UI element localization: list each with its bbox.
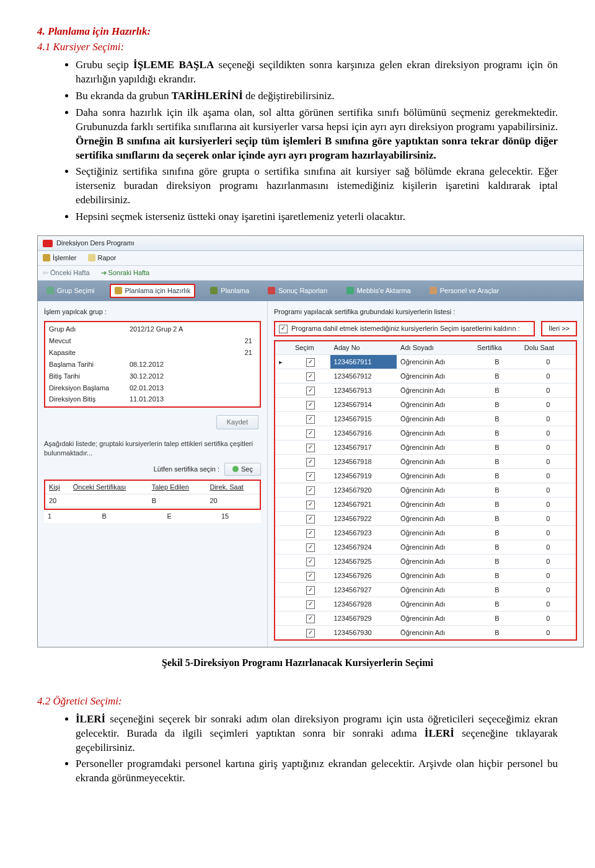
tab-grup-secimi[interactable]: Grup Seçimi xyxy=(43,285,99,297)
cell-dolu-saat: 0 xyxy=(521,483,576,498)
cell-secim[interactable]: ✓ xyxy=(291,412,330,426)
cell-secim[interactable]: ✓ xyxy=(291,555,330,569)
tab-label: Sonuç Raporları xyxy=(278,286,328,296)
kursiyer-table: Seçim Aday No Adı Soyadı Sertifika Dolu … xyxy=(274,340,577,641)
table-row[interactable]: ✓1234567927Öğrencinin AdıB0 xyxy=(275,583,576,597)
table-row[interactable]: ✓1234567913Öğrencinin AdıB0 xyxy=(275,384,576,398)
table-row[interactable]: ✓1234567922Öğrencinin AdıB0 xyxy=(275,512,576,526)
checkbox-icon[interactable]: ✓ xyxy=(306,515,315,524)
table-row[interactable]: ✓1234567928Öğrencinin AdıB0 xyxy=(275,597,576,612)
cell-aday-no: 1234567925 xyxy=(330,555,397,569)
checkbox-icon[interactable]: ✓ xyxy=(306,358,315,367)
tab-planlama-hazirlik[interactable]: Planlama için Hazırlık xyxy=(110,284,196,298)
cell-secim[interactable]: ✓ xyxy=(291,483,330,498)
cell-dolu-saat: 0 xyxy=(521,626,576,641)
checkbox-icon[interactable]: ✓ xyxy=(306,615,315,623)
table-row[interactable]: ✓1234567918Öğrencinin AdıB0 xyxy=(275,455,576,469)
checkbox-icon[interactable]: ✓ xyxy=(306,529,315,538)
cell-secim[interactable]: ✓ xyxy=(291,526,330,540)
checkbox-icon[interactable]: ✓ xyxy=(306,472,315,481)
cell-adi-soyadi: Öğrencinin Adı xyxy=(397,569,474,583)
checkbox-icon[interactable]: ✓ xyxy=(306,558,315,566)
sec-button[interactable]: Seç xyxy=(224,463,261,476)
cell-secim[interactable]: ✓ xyxy=(291,626,330,641)
section-heading-4-1: 4.1 Kursiyer Seçimi: xyxy=(37,40,558,55)
checkbox-icon[interactable]: ✓ xyxy=(306,387,315,395)
cell-secim[interactable]: ✓ xyxy=(291,540,330,555)
cell-secim[interactable]: ✓ xyxy=(291,569,330,583)
table-row[interactable]: ✓1234567923Öğrencinin AdıB0 xyxy=(275,526,576,540)
cell-sertifika: B xyxy=(474,512,521,526)
cell-adi-soyadi: Öğrencinin Adı xyxy=(397,412,474,426)
table-row[interactable]: ✓1234567920Öğrencinin AdıB0 xyxy=(275,483,576,498)
checkbox-icon[interactable]: ✓ xyxy=(306,600,315,609)
checkbox-icon[interactable]: ✓ xyxy=(306,486,315,495)
tab-personel-araclar[interactable]: Personel ve Araçlar xyxy=(426,285,503,297)
prev-week-button[interactable]: Önceki Hafta xyxy=(43,268,90,278)
cell-secim[interactable]: ✓ xyxy=(291,498,330,512)
bullet-item: Bu ekranda da grubun TARİHLERİNİ de deği… xyxy=(76,89,558,103)
cell-secim[interactable]: ✓ xyxy=(291,612,330,626)
checkbox-icon[interactable]: ✓ xyxy=(306,629,315,638)
menu-rapor[interactable]: Rapor xyxy=(88,253,117,263)
checkbox-icon[interactable]: ✓ xyxy=(306,501,315,509)
checkbox-icon[interactable]: ✓ xyxy=(306,586,315,595)
cert-summary-table: Kişi Önceki Sertifikası Talep Edilen Dir… xyxy=(45,481,260,508)
cell-secim[interactable]: ✓ xyxy=(291,355,330,369)
col-secim: Seçim xyxy=(291,341,330,354)
table-row[interactable]: ✓1234567917Öğrencinin AdıB0 xyxy=(275,441,576,455)
row-marker xyxy=(275,426,291,441)
filter-checkbox[interactable]: ✓ xyxy=(279,325,288,333)
table-row[interactable]: ✓1234567926Öğrencinin AdıB0 xyxy=(275,569,576,583)
checkbox-icon[interactable]: ✓ xyxy=(306,458,315,467)
filter-box: ✓ Programa dahil etmek istemediğiniz kur… xyxy=(274,321,535,336)
cell-sertifika: B xyxy=(474,498,521,512)
checkbox-icon[interactable]: ✓ xyxy=(306,372,315,381)
cell-sertifika: B xyxy=(474,626,521,641)
cell-secim[interactable]: ✓ xyxy=(291,597,330,612)
table-row[interactable]: ✓1234567916Öğrencinin AdıB0 xyxy=(275,426,576,441)
people-icon xyxy=(46,287,54,294)
table-row[interactable]: ✓1234567919Öğrencinin AdıB0 xyxy=(275,469,576,483)
table-row[interactable]: ✓1234567930Öğrencinin AdıB0 xyxy=(275,626,576,641)
cert-row[interactable]: 20 B 20 xyxy=(45,494,260,507)
cell-secim[interactable]: ✓ xyxy=(291,441,330,455)
table-row[interactable]: ✓1234567912Öğrencinin AdıB0 xyxy=(275,369,576,384)
ileri-button[interactable]: İleri >> xyxy=(541,321,577,336)
table-row[interactable]: ✓1234567915Öğrencinin AdıB0 xyxy=(275,412,576,426)
cell-secim[interactable]: ✓ xyxy=(291,469,330,483)
cell-secim[interactable]: ✓ xyxy=(291,369,330,384)
cell-aday-no: 1234567918 xyxy=(330,455,397,469)
cell-secim[interactable]: ✓ xyxy=(291,384,330,398)
next-week-button[interactable]: Sonraki Hafta xyxy=(101,268,150,278)
table-row[interactable]: ✓1234567925Öğrencinin AdıB0 xyxy=(275,555,576,569)
cell-secim[interactable]: ✓ xyxy=(291,398,330,412)
cell-secim[interactable]: ✓ xyxy=(291,583,330,597)
menu-islemler[interactable]: İşlemler xyxy=(43,253,77,263)
table-row[interactable]: ▸✓1234567911Öğrencinin AdıB0 xyxy=(275,355,576,369)
tab-sonuc-raporlari[interactable]: Sonuç Raporları xyxy=(264,285,332,297)
table-row[interactable]: ✓1234567914Öğrencinin AdıB0 xyxy=(275,398,576,412)
tab-planlama[interactable]: Planlama xyxy=(206,285,253,297)
table-row[interactable]: ✓1234567924Öğrencinin AdıB0 xyxy=(275,540,576,555)
tab-mebbis[interactable]: Mebbis'e Aktarma xyxy=(343,285,415,297)
doc-icon xyxy=(115,287,122,294)
row-marker xyxy=(275,398,291,412)
cell-adi-soyadi: Öğrencinin Adı xyxy=(397,398,474,412)
checkbox-icon[interactable]: ✓ xyxy=(306,543,315,552)
checkbox-icon[interactable]: ✓ xyxy=(306,415,315,424)
cell-secim[interactable]: ✓ xyxy=(291,426,330,441)
table-row[interactable]: ✓1234567921Öğrencinin AdıB0 xyxy=(275,498,576,512)
row-marker xyxy=(275,455,291,469)
kaydet-button[interactable]: Kaydet xyxy=(216,415,258,429)
cert-row[interactable]: 1 B E 15 xyxy=(44,510,261,523)
cell-dolu-saat: 0 xyxy=(521,583,576,597)
cell-secim[interactable]: ✓ xyxy=(291,512,330,526)
table-row[interactable]: ✓1234567929Öğrencinin AdıB0 xyxy=(275,612,576,626)
cell-secim[interactable]: ✓ xyxy=(291,455,330,469)
row-marker: ▸ xyxy=(275,355,291,369)
checkbox-icon[interactable]: ✓ xyxy=(306,401,315,410)
checkbox-icon[interactable]: ✓ xyxy=(306,572,315,581)
checkbox-icon[interactable]: ✓ xyxy=(306,444,315,452)
checkbox-icon[interactable]: ✓ xyxy=(306,429,315,438)
